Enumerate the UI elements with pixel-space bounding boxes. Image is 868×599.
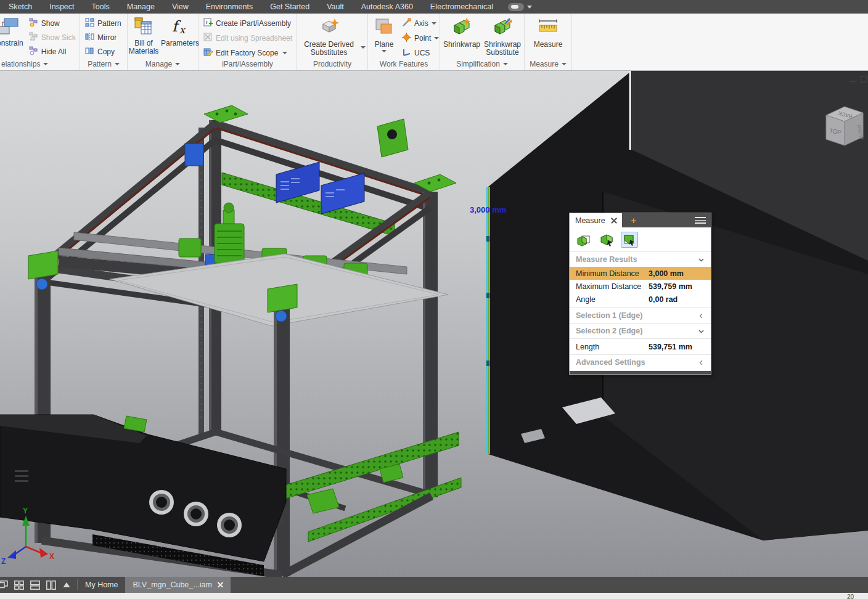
edit-spreadsheet-button[interactable]: Edit using Spreadsheet (202, 32, 294, 44)
my-home-label: My Home (85, 581, 118, 589)
ribbon-group-ipart: i Create iPart/iAssembly Edit using Spre… (199, 14, 297, 70)
constrain-button[interactable]: onstrain (0, 15, 26, 47)
panel-footer-bar (570, 371, 711, 374)
close-icon[interactable] (218, 582, 223, 588)
chevron-left-icon (698, 359, 705, 366)
create-derived-substitutes-button[interactable]: Create Derived Substitutes (300, 15, 359, 57)
close-icon[interactable] (611, 218, 617, 224)
chevron-down-icon (527, 6, 532, 9)
chevron-down-icon (175, 63, 180, 65)
ribbon-group-measure: Measure Measure (525, 14, 572, 70)
tab-my-home[interactable]: My Home (78, 577, 125, 593)
copy-label: Copy (97, 47, 115, 56)
add-tab-button[interactable]: + (622, 213, 645, 227)
shrinkwrap-button[interactable]: Shrinkwrap (442, 15, 481, 49)
constrain-label: onstrain (0, 39, 23, 48)
tile-horizontal-icon[interactable] (30, 581, 40, 590)
ribbon: onstrain Show Show Sick Hide All (0, 14, 868, 71)
select-body-priority-tool[interactable] (621, 232, 638, 248)
menu-inspect[interactable]: Inspect (41, 0, 83, 14)
show-sick-button[interactable]: Show Sick (27, 31, 78, 43)
menu-get-started[interactable]: Get Started (261, 0, 318, 14)
minimize-icon[interactable] (850, 81, 856, 82)
measure-group-label[interactable]: Measure (525, 59, 571, 70)
show-sick-icon (29, 32, 38, 43)
create-ipart-button[interactable]: i Create iPart/iAssembly (202, 17, 294, 29)
angle-row: Angle 0,00 rad (570, 293, 711, 306)
selection2-label: Selection 2 (Edge) (576, 327, 642, 335)
mirror-icon (85, 32, 94, 43)
ucs-button[interactable]: UCS (400, 47, 441, 59)
hide-all-button[interactable]: Hide All (27, 46, 78, 57)
advanced-settings-header[interactable]: Advanced Settings (570, 354, 711, 370)
constrain-icon (0, 17, 20, 38)
menu-bar: Sketch Inspect Tools Manage View Environ… (0, 0, 868, 14)
viewport-scene[interactable]: 3,000 mm (0, 71, 868, 577)
copy-button[interactable]: Copy (83, 46, 123, 57)
edit-factory-scope-button[interactable]: Edit Factory Scope (202, 47, 294, 59)
mirror-button[interactable]: Mirror (83, 31, 123, 43)
chevron-down-icon (432, 22, 436, 25)
shrinkwrap-substitute-button[interactable]: Shrinkwrap Substitute (483, 15, 522, 57)
ribbon-group-relationships: onstrain Show Show Sick Hide All (0, 14, 80, 70)
menu-manage[interactable]: Manage (118, 0, 163, 14)
measure-results-header[interactable]: Measure Results (570, 251, 711, 267)
advanced-settings-label: Advanced Settings (576, 358, 645, 367)
relationships-group-label[interactable]: elationships (0, 59, 80, 70)
bill-of-materials-button[interactable]: Bill of Materials (128, 15, 160, 56)
ribbon-display-toggle[interactable] (508, 3, 532, 11)
menu-sketch[interactable]: Sketch (0, 0, 41, 14)
menu-vault[interactable]: Vault (318, 0, 353, 14)
distance-annotation: 3,000 mm (470, 205, 506, 214)
menu-tools[interactable]: Tools (83, 0, 118, 14)
chevron-left-icon (698, 312, 705, 319)
tile-vertical-icon[interactable] (46, 581, 56, 590)
menu-autodesk-a360[interactable]: Autodesk A360 (353, 0, 422, 14)
selection2-header[interactable]: Selection 2 (Edge) (570, 323, 711, 338)
manage-group-label[interactable]: Manage (128, 59, 198, 70)
select-part-priority-tool[interactable] (598, 232, 615, 248)
axis-button[interactable]: Axis (400, 17, 441, 29)
select-components-tool[interactable] (575, 232, 592, 248)
edit-spreadsheet-label: Edit using Spreadsheet (216, 34, 292, 43)
show-button[interactable]: Show (27, 17, 78, 29)
chevron-down-icon (115, 63, 120, 65)
menu-environments[interactable]: Environments (197, 0, 261, 14)
point-button[interactable]: Point (400, 32, 441, 44)
create-ipart-label: Create iPart/iAssembly (216, 19, 291, 28)
tile-windows-icon[interactable] (14, 581, 24, 590)
chevron-down-icon (562, 63, 567, 65)
pattern-button[interactable]: Pattern (83, 17, 123, 29)
measure-button[interactable]: Measure (530, 15, 567, 49)
plane-button[interactable]: Plane (371, 15, 397, 52)
cloud-pill-icon (508, 3, 524, 11)
expand-up-icon[interactable] (62, 581, 71, 589)
panel-menu-icon[interactable] (695, 213, 711, 227)
menu-view[interactable]: View (163, 0, 197, 14)
menu-electromechanical[interactable]: Electromechanical (422, 0, 502, 14)
simplification-group-label[interactable]: Simplification (440, 59, 524, 70)
pattern-label: Pattern (97, 19, 121, 28)
svg-text:x: x (179, 24, 186, 35)
chevron-down-icon (503, 63, 508, 65)
show-sick-label: Show Sick (41, 33, 76, 42)
selection1-header[interactable]: Selection 1 (Edge) (570, 308, 711, 323)
edit-factory-scope-label: Edit Factory Scope (216, 49, 278, 57)
selected-edge[interactable] (486, 187, 489, 454)
edit-spreadsheet-icon (203, 33, 213, 44)
measure-tab[interactable]: Measure (570, 213, 622, 227)
parameters-button[interactable]: fx Parameters (162, 15, 198, 47)
tab-document[interactable]: BLV_mgn_Cube_...iam (125, 577, 230, 593)
parameters-fx-icon: fx (170, 17, 190, 38)
printer-model[interactable] (0, 105, 461, 576)
chevron-down-icon (698, 256, 705, 263)
cascade-windows-icon[interactable] (0, 581, 8, 590)
parameters-label: Parameters (161, 39, 199, 48)
chevron-down-icon (382, 50, 387, 52)
3d-viewport[interactable]: 3,000 mm (0, 71, 868, 577)
shrinkwrap-substitute-icon (491, 17, 514, 39)
shrinkwrap-label: Shrinkwrap (443, 41, 480, 49)
document-tab-bar: My Home BLV_mgn_Cube_...iam (0, 577, 868, 593)
pattern-group-label[interactable]: Pattern (80, 59, 127, 70)
minimum-distance-row: Minimum Distance 3,000 mm (570, 267, 711, 280)
